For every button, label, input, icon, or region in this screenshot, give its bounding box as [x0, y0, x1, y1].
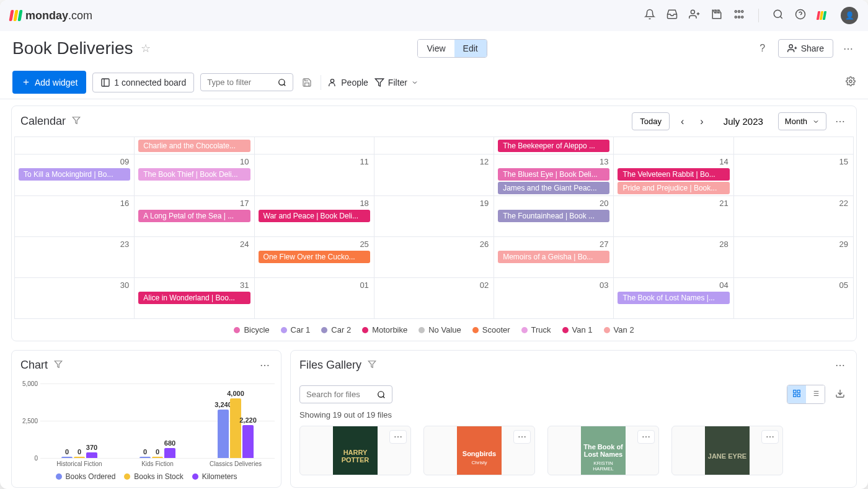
calendar-cell[interactable]: 02 — [374, 278, 494, 319]
calendar-event[interactable]: One Flew Over the Cucko... — [259, 251, 370, 263]
legend-item[interactable]: Truck — [521, 325, 551, 334]
legend-item[interactable]: No Value — [418, 325, 461, 334]
chart-bar[interactable]: 680 — [164, 448, 175, 458]
calendar-event[interactable]: The Beekeeper of Aleppo ... — [498, 140, 609, 152]
search-icon[interactable] — [278, 78, 286, 87]
calendar-cell[interactable]: 01 — [255, 278, 374, 319]
chart-filter-icon[interactable] — [54, 360, 63, 371]
legend-item[interactable]: Van 1 — [562, 325, 593, 334]
calendar-cell[interactable]: The Beekeeper of Aleppo ... — [494, 137, 614, 155]
calendar-cell[interactable]: 22 — [734, 196, 854, 237]
share-button[interactable]: Share — [778, 39, 833, 58]
calendar-cell[interactable]: 27Memoirs of a Geisha | Bo... — [494, 237, 614, 278]
calendar-cell[interactable]: 26 — [374, 237, 494, 278]
file-card[interactable]: SongbirdsChristy⋯ — [423, 426, 535, 475]
header-help-icon[interactable]: ? — [755, 40, 771, 56]
chart-bar[interactable]: 0 — [140, 457, 151, 458]
calendar-cell[interactable] — [374, 137, 494, 155]
calendar-cell[interactable]: 11 — [255, 155, 374, 196]
settings-icon[interactable] — [846, 76, 856, 89]
file-card[interactable]: The Book of Lost NamesKRISTIN HARMEL⋯ — [547, 426, 659, 475]
calendar-cell[interactable]: 05 — [734, 278, 854, 319]
calendar-cell[interactable]: 13The Bluest Eye | Book Deli...James and… — [494, 155, 614, 196]
calendar-event[interactable]: James and the Giant Peac... — [498, 182, 609, 194]
filter-input[interactable] — [207, 78, 273, 87]
legend-item[interactable]: Car 1 — [281, 325, 311, 334]
filter-button[interactable]: Filter — [374, 78, 418, 87]
chart-legend-item[interactable]: Books Ordered — [56, 472, 116, 481]
file-card[interactable]: HARRY POTTER⋯ — [299, 426, 411, 475]
mini-logo-icon[interactable] — [817, 11, 826, 20]
calendar-cell[interactable]: 04The Book of Lost Names |... — [614, 278, 733, 319]
today-button[interactable]: Today — [632, 112, 670, 130]
chart-bar[interactable]: 2,220 — [242, 425, 254, 458]
calendar-cell[interactable]: 21 — [614, 196, 733, 237]
calendar-event[interactable]: The Velveteen Rabbit | Bo... — [618, 168, 729, 181]
calendar-cell[interactable]: 30 — [15, 278, 135, 319]
connected-board-button[interactable]: 1 connected board — [92, 73, 194, 92]
chart-legend-item[interactable]: Kilometers — [192, 472, 237, 481]
calendar-cell[interactable]: 25One Flew Over the Cucko... — [255, 237, 374, 278]
grid-view-button[interactable] — [787, 385, 806, 403]
calendar-cell[interactable]: 24 — [135, 237, 254, 278]
file-more-icon[interactable]: ⋯ — [389, 430, 407, 444]
calendar-filter-icon[interactable] — [72, 116, 81, 127]
file-card[interactable]: JANE EYRE⋯ — [671, 426, 783, 475]
calendar-event[interactable]: The Book of Lost Names |... — [618, 292, 729, 304]
bell-icon[interactable] — [644, 9, 655, 22]
chart-bar[interactable]: 0 — [61, 457, 73, 458]
invite-icon[interactable] — [689, 9, 700, 22]
calendar-cell[interactable]: 19 — [374, 196, 494, 237]
apps-icon[interactable] — [711, 9, 722, 22]
calendar-cell[interactable]: 31Alice in Wonderland | Boo... — [135, 278, 254, 319]
chart-bar[interactable]: 370 — [86, 452, 97, 458]
calendar-cell[interactable]: 09To Kill a Mockingbird | Bo... — [15, 155, 135, 196]
calendar-cell[interactable]: 14The Velveteen Rabbit | Bo...Pride and … — [614, 155, 733, 196]
calendar-cell[interactable]: 16 — [15, 196, 135, 237]
legend-item[interactable]: Bicycle — [234, 325, 269, 334]
calendar-event[interactable]: The Book Thief | Book Deli... — [138, 168, 250, 181]
download-icon[interactable] — [833, 386, 848, 403]
chart-more-icon[interactable]: ⋯ — [257, 357, 272, 374]
calendar-event[interactable]: Pride and Prejudice | Book... — [618, 182, 729, 194]
save-icon[interactable] — [299, 75, 314, 90]
calendar-cell[interactable]: 23 — [15, 237, 135, 278]
calendar-cell[interactable]: Charlie and the Chocolate... — [135, 137, 254, 155]
view-button[interactable]: View — [418, 40, 454, 57]
calendar-cell[interactable] — [15, 137, 135, 155]
legend-item[interactable]: Van 2 — [604, 325, 634, 334]
chart-bar[interactable]: 0 — [74, 457, 85, 458]
edit-button[interactable]: Edit — [454, 40, 487, 57]
chart-bar[interactable]: 4,000 — [230, 398, 241, 458]
search-icon[interactable] — [377, 390, 386, 399]
calendar-event[interactable]: The Fountainhead | Book ... — [498, 210, 609, 222]
calendar-cell[interactable]: 15 — [734, 155, 854, 196]
favorite-icon[interactable]: ☆ — [141, 42, 151, 55]
inbox-icon[interactable] — [666, 9, 678, 22]
chart-bar[interactable]: 3,240 — [218, 410, 229, 458]
files-search-input[interactable] — [306, 390, 372, 399]
files-more-icon[interactable]: ⋯ — [833, 357, 848, 374]
files-filter-icon[interactable] — [368, 360, 376, 371]
calendar-event[interactable]: The Bluest Eye | Book Deli... — [498, 168, 609, 181]
calendar-cell[interactable] — [614, 137, 733, 155]
calendar-event[interactable]: Charlie and the Chocolate... — [138, 140, 250, 152]
search-icon[interactable] — [773, 9, 784, 22]
legend-item[interactable]: Car 2 — [321, 325, 351, 334]
legend-item[interactable]: Scooter — [472, 325, 510, 334]
calendar-cell[interactable]: 17A Long Petal of the Sea | ... — [135, 196, 254, 237]
file-more-icon[interactable]: ⋯ — [761, 430, 779, 444]
chart-bar[interactable]: 0 — [152, 457, 163, 458]
calendar-cell[interactable]: 12 — [374, 155, 494, 196]
list-view-button[interactable] — [806, 385, 825, 403]
legend-item[interactable]: Motorbike — [362, 325, 407, 334]
calendar-cell[interactable]: 10The Book Thief | Book Deli... — [135, 155, 254, 196]
people-button[interactable]: People — [327, 78, 368, 87]
chart-legend-item[interactable]: Books in Stock — [124, 472, 183, 481]
calendar-cell[interactable]: 28 — [614, 237, 733, 278]
prev-month-icon[interactable]: ‹ — [676, 114, 689, 130]
file-more-icon[interactable]: ⋯ — [513, 430, 531, 444]
next-month-icon[interactable]: › — [695, 114, 708, 130]
calendar-event[interactable]: Memoirs of a Geisha | Bo... — [498, 251, 609, 263]
avatar[interactable]: 👤 — [841, 7, 858, 24]
